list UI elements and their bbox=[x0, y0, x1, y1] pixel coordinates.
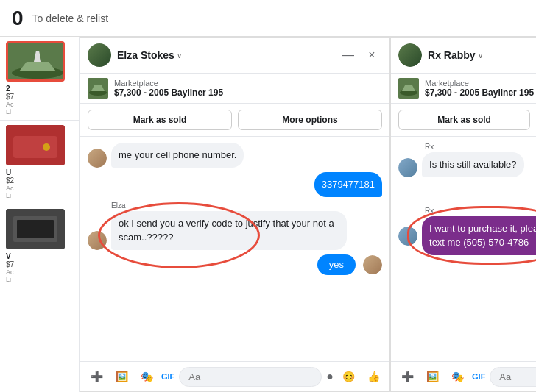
avatar bbox=[398, 158, 417, 177]
list-item[interactable]: 2 $7 Ac Li bbox=[0, 37, 79, 121]
avatar bbox=[398, 43, 422, 67]
like-button[interactable]: 👍 bbox=[363, 366, 384, 387]
marketplace-label-left: Marketplace bbox=[114, 79, 223, 88]
listing-price: $7 bbox=[6, 93, 73, 101]
listing-info-thumbnail bbox=[88, 78, 108, 99]
listing-price-right: $7,300 - 2005 Bayliner 195 bbox=[425, 88, 534, 98]
mark-sold-button-right[interactable]: Mark as sold bbox=[398, 110, 530, 130]
list-item[interactable]: V $7 Ac Li bbox=[0, 204, 79, 288]
message-bubble: 3379477181 bbox=[314, 172, 382, 197]
image-icon[interactable]: 🖼️ bbox=[111, 366, 132, 387]
listing-title: V bbox=[6, 252, 73, 260]
listing-status: Li bbox=[6, 192, 73, 199]
message-bubble: yes bbox=[317, 254, 356, 275]
gif-button[interactable]: GIF bbox=[161, 372, 174, 381]
message-row: Is this still available? bbox=[398, 152, 536, 177]
sender-label: Rx bbox=[425, 143, 536, 151]
listing-meta: Ac bbox=[6, 101, 73, 108]
message-row: I want to purchase it, please call and t… bbox=[398, 216, 536, 254]
svg-point-6 bbox=[43, 143, 50, 151]
chat-window-right: Rx Rabby ∨ — × Marketplace $7,300 - 2005… bbox=[390, 37, 536, 392]
listing-thumbnail bbox=[6, 41, 65, 82]
listing-info-bar-right: Marketplace $7,300 - 2005 Bayliner 195 bbox=[391, 74, 536, 104]
emoji-icon[interactable]: ● bbox=[326, 370, 334, 383]
chat-header-right: Rx Rabby ∨ — × bbox=[391, 38, 536, 74]
message-input-right[interactable] bbox=[490, 367, 536, 387]
delete-relist-text: To delete & relist bbox=[32, 13, 109, 24]
sticker-icon[interactable]: 🎭 bbox=[136, 366, 157, 387]
chat-window-left: Elza Stokes ∨ — × Marketplace $7,300 - 2… bbox=[80, 37, 390, 392]
listing-status: Li bbox=[6, 276, 73, 283]
sender-label: Elza bbox=[111, 202, 382, 210]
chat-username-right: Rx Rabby bbox=[428, 49, 476, 61]
chats-area: Elza Stokes ∨ — × Marketplace $7,300 - 2… bbox=[80, 37, 536, 392]
chat-username-left: Elza Stokes bbox=[117, 49, 174, 61]
message-input-left[interactable] bbox=[179, 367, 322, 387]
message-row: ok I send you a verify code to justify t… bbox=[88, 211, 382, 249]
listing-thumbnail bbox=[6, 125, 65, 165]
action-buttons-right: Mark as sold More options bbox=[391, 104, 536, 137]
messages-area-right: Rx Is this still available? yes Rx bbox=[391, 137, 536, 361]
mark-sold-button-left[interactable]: Mark as sold bbox=[88, 110, 232, 130]
message-row: me your cell phone number. bbox=[88, 143, 382, 168]
message-row: yes bbox=[398, 182, 536, 202]
image-icon[interactable]: 🖼️ bbox=[422, 366, 442, 387]
avatar bbox=[88, 231, 107, 250]
svg-rect-5 bbox=[13, 136, 57, 158]
avatar bbox=[363, 255, 382, 274]
minimize-button[interactable]: — bbox=[338, 45, 359, 65]
plus-icon[interactable]: ➕ bbox=[397, 366, 417, 387]
emoji-button[interactable]: 😊 bbox=[338, 366, 359, 387]
message-bubble: Is this still available? bbox=[422, 152, 524, 177]
action-buttons-left: Mark as sold More options bbox=[80, 104, 389, 137]
listing-thumbnail bbox=[6, 209, 65, 249]
listing-price-left: $7,300 - 2005 Bayliner 195 bbox=[114, 88, 223, 98]
message-bubble: me your cell phone number. bbox=[111, 143, 244, 168]
plus-icon[interactable]: ➕ bbox=[86, 366, 107, 387]
avatar bbox=[88, 43, 111, 67]
message-bubble: I want to purchase it, please call and t… bbox=[422, 216, 536, 254]
svg-rect-9 bbox=[17, 220, 54, 238]
listing-status: Li bbox=[6, 108, 73, 115]
listings-sidebar: 2 $7 Ac Li U $2 Ac Li V $7 Ac bbox=[0, 37, 80, 392]
list-item[interactable]: U $2 Ac Li bbox=[0, 121, 79, 204]
messages-area-left: me your cell phone number. 3379477181 El… bbox=[80, 137, 389, 361]
listing-count: 0 bbox=[12, 7, 24, 30]
message-row: yes bbox=[88, 254, 382, 275]
listing-meta: Ac bbox=[6, 185, 73, 192]
chevron-down-icon: ∨ bbox=[478, 51, 483, 60]
avatar bbox=[88, 149, 107, 168]
avatar bbox=[398, 227, 417, 246]
chat-input-bar-right: ➕ 🖼️ 🎭 GIF ● 😊 bbox=[391, 361, 536, 391]
close-button[interactable]: × bbox=[362, 45, 382, 65]
chat-input-bar-left: ➕ 🖼️ 🎭 GIF ● 😊 👍 bbox=[80, 361, 389, 391]
sender-label: Rx bbox=[425, 207, 536, 215]
marketplace-label-right: Marketplace bbox=[425, 79, 534, 88]
gif-button[interactable]: GIF bbox=[472, 372, 485, 381]
top-bar: 0 To delete & relist bbox=[0, 0, 536, 37]
message-bubble: ok I send you a verify code to justify t… bbox=[111, 211, 347, 249]
message-row: No bbox=[398, 260, 536, 280]
listing-meta: Ac bbox=[6, 268, 73, 276]
sticker-icon[interactable]: 🎭 bbox=[447, 366, 468, 387]
listing-title: 2 bbox=[6, 85, 73, 93]
listing-info-bar-left: Marketplace $7,300 - 2005 Bayliner 195 bbox=[80, 74, 389, 104]
chat-header-left: Elza Stokes ∨ — × bbox=[80, 38, 389, 74]
more-options-button-left[interactable]: More options bbox=[238, 110, 382, 130]
listing-title: U bbox=[6, 168, 73, 177]
listing-info-thumbnail bbox=[398, 78, 419, 99]
chevron-down-icon: ∨ bbox=[177, 51, 182, 60]
message-row: 3379477181 bbox=[88, 172, 382, 197]
listing-price: $7 bbox=[6, 260, 73, 268]
listing-price: $2 bbox=[6, 177, 73, 185]
